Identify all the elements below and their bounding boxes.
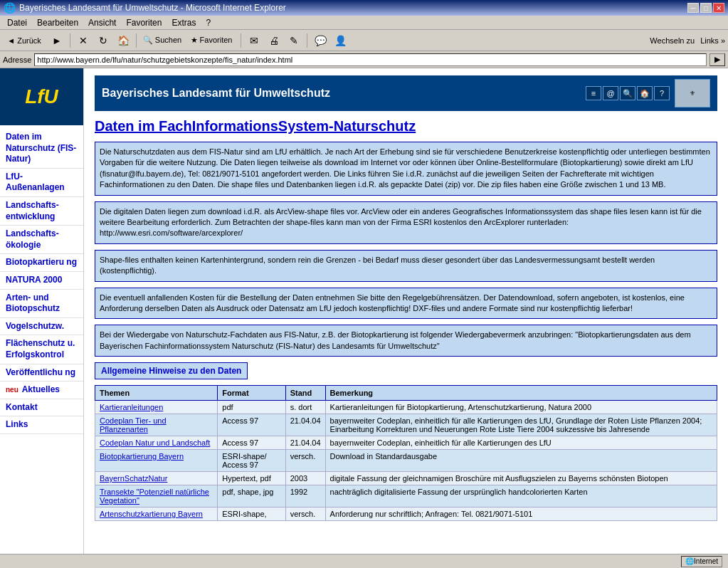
titlebar-buttons[interactable]: ─ □ ✕: [687, 3, 724, 13]
themen-link[interactable]: Artenschutzkartierung Bayern: [100, 510, 203, 518]
table-row: Transekte "Potenziell natürliche Vegetat…: [95, 485, 717, 507]
header-icon-help[interactable]: ?: [654, 86, 670, 100]
sidebar-item-fis-natur[interactable]: Daten im Naturschutz (FIS-Natur): [0, 129, 83, 169]
sidebar-item-aussenstellen[interactable]: LfU-Außenanlagen: [0, 169, 83, 197]
menu-ansicht[interactable]: Ansicht: [84, 16, 120, 29]
favorites-button[interactable]: ★ Favoriten: [186, 33, 236, 48]
address-input[interactable]: [34, 53, 707, 66]
header-icon-search[interactable]: 🔍: [620, 86, 635, 100]
ie-icon: 🌐: [4, 2, 16, 14]
stop-button[interactable]: ✕: [75, 33, 92, 48]
header-icon-home[interactable]: 🏠: [637, 86, 653, 100]
page-title: Daten im FachInformationsSystem-Natursch…: [95, 118, 717, 135]
menu-help[interactable]: ?: [201, 16, 215, 29]
stand-cell: 21.04.04: [285, 436, 325, 450]
format-cell: Access 97: [218, 436, 285, 450]
sidebar-item-kontakt[interactable]: Kontakt: [0, 399, 83, 417]
sidebar-item-natura2000[interactable]: NATURA 2000: [0, 272, 83, 290]
section-heading: Allgemeine Hinweise zu den Daten: [95, 362, 248, 379]
table-row: BayernSchatzNaturHypertext, pdf2003digit…: [95, 472, 717, 485]
refresh-button[interactable]: ↻: [95, 33, 112, 48]
browser-content: LfU Daten im Naturschutz (FIS-Natur) LfU…: [0, 68, 728, 554]
sidebar: LfU Daten im Naturschutz (FIS-Natur) LfU…: [0, 68, 84, 554]
header-icon-grid[interactable]: ≡: [586, 86, 601, 100]
table-row: Biotopkartierung BayernESRI-shape/ Acces…: [95, 450, 717, 472]
table-row: Codeplan Natur und LandschaftAccess 9721…: [95, 436, 717, 450]
wechseln-label: Wechseln zu: [650, 36, 695, 45]
coat-of-arms: ⚜: [675, 79, 710, 107]
sidebar-item-veroeffentlichung[interactable]: Veröffentlichu ng: [0, 364, 83, 382]
home-button[interactable]: 🏠: [115, 33, 132, 48]
sidebar-item-artenschutz[interactable]: Arten- und Biotopschutz: [0, 290, 83, 318]
themen-link[interactable]: BayernSchatzNatur: [100, 474, 167, 483]
sidebar-item-aktuelles[interactable]: neu Aktuelles: [0, 382, 83, 399]
data-table: Themen Format Stand Bemerkung Kartieranl…: [95, 385, 717, 521]
sidebar-item-links[interactable]: Links: [0, 416, 83, 434]
stand-cell: 2003: [285, 472, 325, 485]
messenger-button[interactable]: 👤: [332, 33, 349, 48]
table-row: Artenschutzkartierung BayernESRI-shape,v…: [95, 507, 717, 521]
menu-favoriten[interactable]: Favoriten: [122, 16, 166, 29]
sidebar-item-vogelschutz[interactable]: Vogelschutzw.: [0, 318, 83, 336]
stand-cell: 21.04.04: [285, 414, 325, 436]
themen-link[interactable]: Biotopkartierung Bayern: [100, 452, 184, 461]
sidebar-logo: LfU: [0, 68, 83, 125]
format-cell: ESRI-shape/ Access 97: [218, 450, 285, 472]
menu-datei[interactable]: Datei: [3, 16, 31, 29]
minimize-button[interactable]: ─: [687, 3, 699, 13]
discuss-button[interactable]: 💬: [312, 33, 329, 48]
back-button[interactable]: ◄ Zurück: [3, 33, 46, 48]
bemerkung-cell: Kartieranleitungen für Biotopkartierung,…: [325, 401, 717, 414]
stand-cell: versch.: [285, 450, 325, 472]
sidebar-item-landschaftsoekologie[interactable]: Landschafts-ökologie: [0, 226, 83, 254]
sidebar-nav: Daten im Naturschutz (FIS-Natur) LfU-Auß…: [0, 125, 83, 438]
col-stand: Stand: [285, 386, 325, 401]
edit-button[interactable]: ✎: [285, 33, 302, 48]
go-button[interactable]: ▶: [709, 53, 725, 66]
site-header: Bayerisches Landesamt für Umweltschutz ≡…: [95, 75, 717, 111]
menu-bearbeiten[interactable]: Bearbeiten: [33, 16, 83, 29]
sidebar-item-landschaftsentwicklung[interactable]: Landschafts-entwicklung: [0, 197, 83, 226]
paragraph-3: Shape-files enthalten keinen Kartenhinte…: [95, 250, 717, 282]
links-label[interactable]: Links »: [700, 36, 725, 45]
sidebar-item-biotopkartierung[interactable]: Biotopkartieru ng: [0, 254, 83, 272]
stand-cell: 1992: [285, 485, 325, 507]
themen-link[interactable]: Transekte "Potenziell natürliche Vegetat…: [100, 488, 209, 505]
toolbar-separator-4: [307, 33, 307, 48]
themen-link[interactable]: Codeplan Tier- und Pflanzenarten: [100, 416, 167, 433]
bemerkung-cell: nachträglich digitalisierte Fassung der …: [325, 485, 717, 507]
themen-link[interactable]: Codeplan Natur und Landschaft: [100, 438, 210, 447]
menu-extras[interactable]: Extras: [167, 16, 200, 29]
address-label: Adresse: [3, 56, 31, 64]
new-badge: neu: [6, 386, 19, 394]
table-row: Kartieranleitungenpdfs. dortKartieranlei…: [95, 401, 717, 414]
toolbar-separator-3: [241, 33, 241, 48]
search-button[interactable]: 🔍 Suchen: [141, 33, 184, 48]
close-button[interactable]: ✕: [713, 3, 724, 13]
header-icon-email[interactable]: @: [603, 86, 618, 100]
forward-button[interactable]: ►: [48, 33, 65, 48]
address-bar: Adresse ▶: [0, 51, 728, 68]
paragraph-1: Die Naturschutzdaten aus dem FIS-Natur s…: [95, 142, 717, 196]
titlebar-left: 🌐 Bayerisches Landesamt für Umweltschutz…: [4, 2, 286, 14]
status-bar: 🌐 Internet: [0, 554, 728, 568]
print-button[interactable]: 🖨: [265, 33, 283, 48]
zone-label: Internet: [694, 557, 718, 565]
menu-bar: Datei Bearbeiten Ansicht Favoriten Extra…: [0, 16, 728, 30]
mail-button[interactable]: ✉: [246, 33, 263, 48]
sidebar-item-flaechenschutz[interactable]: Flächenschutz u. Erfolgskontrol: [0, 335, 83, 364]
col-bemerkung: Bemerkung: [325, 386, 717, 401]
table-row: Codeplan Tier- und PflanzenartenAccess 9…: [95, 414, 717, 436]
col-themen: Themen: [95, 386, 218, 401]
toolbar-separator-2: [136, 33, 137, 48]
main-content[interactable]: Bayerisches Landesamt für Umweltschutz ≡…: [84, 68, 728, 554]
format-cell: ESRI-shape,: [218, 507, 285, 521]
maximize-button[interactable]: □: [700, 3, 712, 13]
paragraph-2: Die digitalen Daten liegen zum download …: [95, 201, 717, 244]
status-right: 🌐 Internet: [681, 556, 722, 567]
format-cell: Access 97: [218, 414, 285, 436]
window-titlebar: 🌐 Bayerisches Landesamt für Umweltschutz…: [0, 0, 728, 16]
paragraph-4: Die eventuell anfallenden Kosten für die…: [95, 288, 717, 320]
themen-link[interactable]: Kartieranleitungen: [100, 403, 163, 411]
window-title: Bayerisches Landesamt für Umweltschutz -…: [19, 3, 286, 13]
